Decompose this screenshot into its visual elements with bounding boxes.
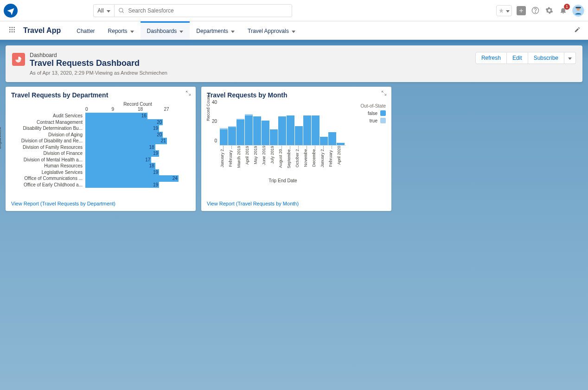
tab-reports[interactable]: Reports: [102, 21, 141, 39]
star-icon: [499, 8, 504, 13]
refresh-button[interactable]: Refresh: [475, 52, 507, 64]
bar-track: 17: [85, 157, 190, 163]
page-actions: Refresh Edit Subscribe: [475, 52, 576, 64]
more-actions-button[interactable]: [564, 52, 576, 64]
bar-segment-false: [320, 137, 328, 145]
search-input[interactable]: [128, 7, 288, 14]
setup-button[interactable]: [544, 6, 554, 15]
global-add-button[interactable]: [517, 6, 526, 15]
tab-label: Reports: [108, 28, 128, 34]
help-button[interactable]: [530, 6, 540, 15]
user-avatar[interactable]: [572, 5, 584, 17]
bar-value: 18: [149, 163, 155, 168]
chart-row: Division of Mental Health a...17: [11, 157, 190, 163]
bar-track: 19: [85, 169, 190, 176]
bar-value: 19: [153, 170, 159, 175]
category-label: Human Resources: [11, 163, 85, 168]
x-tick-label: February ...: [328, 146, 336, 176]
expand-icon: [185, 90, 191, 96]
horizontal-bar-chart: Record Count091827Audit Services16Contra…: [11, 102, 190, 188]
page-title: Travel Requests Dashboard: [30, 58, 167, 68]
bar-track: 20: [85, 132, 190, 138]
bar-value: 24: [173, 176, 179, 181]
bar-value: 19: [153, 182, 159, 187]
app-launcher-button[interactable]: [8, 26, 18, 35]
svg-point-11: [13, 29, 15, 30]
pencil-icon: [574, 26, 581, 33]
bar-segment-false: [253, 116, 261, 145]
svg-rect-5: [575, 6, 581, 8]
chart-column: [337, 143, 345, 145]
tab-departments[interactable]: Departments: [190, 21, 241, 39]
chart-column: [262, 121, 269, 145]
chart-row: Human Resources18: [11, 163, 190, 169]
bar-segment-false: [303, 115, 311, 145]
svg-point-3: [535, 12, 535, 13]
svg-point-9: [9, 29, 11, 30]
chart-row: Division of Family Resources18: [11, 144, 190, 151]
x-axis-title: Record Count: [85, 102, 190, 107]
bar-segment-false: [287, 115, 294, 145]
expand-button[interactable]: [381, 90, 387, 97]
nav-tabs: ChatterReportsDashboardsDepartmentsTrave…: [70, 21, 302, 39]
chart-column: [295, 126, 303, 145]
waffle-icon: [8, 26, 16, 33]
search-box[interactable]: [114, 4, 292, 17]
bar-fill: 19: [85, 150, 159, 157]
bar-fill: 21: [85, 138, 167, 144]
y-axis-ticks: 40200: [209, 100, 217, 143]
expand-button[interactable]: [185, 90, 191, 97]
legend-label: false: [368, 111, 377, 116]
category-label: Audit Services: [11, 113, 85, 118]
category-label: Division of Family Resources: [11, 145, 85, 150]
card-title: Travel Requests by Department: [11, 91, 190, 99]
tab-dashboards[interactable]: Dashboards: [141, 21, 190, 39]
bar-fill: 24: [85, 175, 179, 182]
svg-point-8: [13, 27, 15, 28]
svg-point-0: [119, 8, 122, 12]
dashboard-stage: Dashboard Travel Requests Dashboard As o…: [0, 40, 588, 390]
notification-badge: 1: [564, 4, 570, 10]
x-tick-label: Decembe...: [312, 146, 320, 176]
bar-segment-false: [245, 115, 253, 145]
bar-track: 20: [85, 119, 190, 126]
x-tick-label: January 2...: [220, 146, 228, 176]
x-tick-label: October 2...: [295, 146, 303, 176]
svg-point-12: [9, 31, 11, 32]
view-report-link[interactable]: View Report (Travel Requests by Month): [207, 201, 299, 206]
bar-track: 24: [85, 175, 190, 182]
bar-value: 19: [153, 126, 159, 131]
chart-row: Office of Early Childhood a...19: [11, 182, 190, 188]
notifications-button[interactable]: 1: [558, 6, 568, 15]
tab-travel-approvals[interactable]: Travel Approvals: [241, 21, 302, 39]
category-label: Division of Finance: [11, 151, 85, 156]
svg-point-7: [12, 27, 13, 28]
chart-column: [228, 126, 236, 145]
subscribe-button[interactable]: Subscribe: [528, 52, 564, 64]
x-axis-ticks: 091827: [85, 107, 190, 112]
search-scope-dropdown[interactable]: All: [93, 4, 114, 17]
dashboard-icon: [12, 53, 25, 66]
chart-row: Division of Aging20: [11, 132, 190, 138]
favorites-button[interactable]: [496, 5, 512, 16]
chart-column: [245, 114, 253, 145]
tab-chatter[interactable]: Chatter: [70, 21, 101, 39]
view-report-link[interactable]: View Report (Travel Requests by Departme…: [11, 201, 115, 206]
dashboard-card-department: Travel Requests by Department Department…: [6, 87, 196, 211]
legend-item-false: false: [361, 110, 386, 116]
personalize-nav-button[interactable]: [574, 26, 581, 34]
svg-point-10: [12, 29, 13, 30]
category-label: Office of Early Childhood a...: [11, 182, 85, 187]
x-tick-label: August 20...: [278, 146, 286, 176]
bar-fill: 20: [85, 119, 163, 126]
chevron-down-icon: [568, 55, 572, 61]
category-label: Division of Disability and Re...: [11, 138, 85, 143]
svg-point-6: [9, 27, 11, 28]
question-icon: [531, 6, 539, 14]
edit-button[interactable]: Edit: [507, 52, 528, 64]
vertical-bar-chart: 40200: [220, 102, 346, 145]
legend-swatch-true: [380, 118, 386, 123]
bar-fill: 17: [85, 157, 151, 163]
page-meta: As of Apr 13, 2020, 2:29 PM·Viewing as A…: [30, 70, 167, 76]
chart-row: Division of Finance19: [11, 150, 190, 157]
